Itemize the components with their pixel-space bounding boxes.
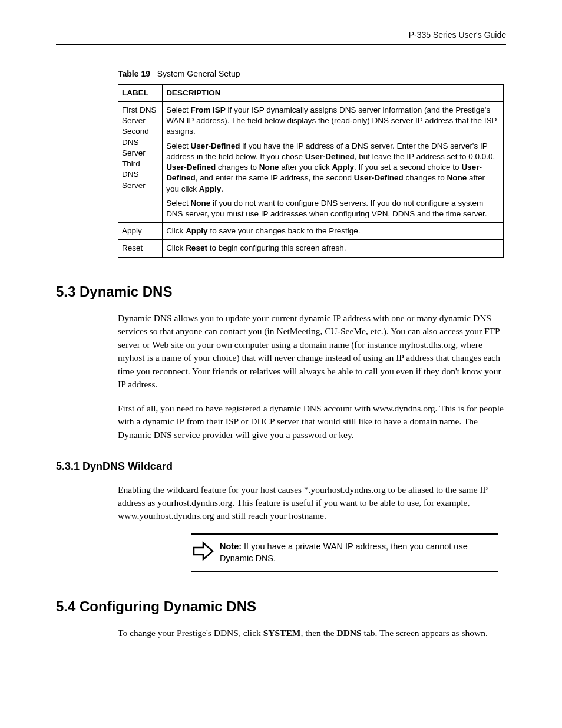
desc-para: Select User-Defined if you have the IP a… (166, 141, 500, 195)
table-number: Table 19 (118, 69, 150, 78)
note-prefix: Note: (220, 542, 242, 551)
table-row: Apply Click Apply to save your changes b… (118, 223, 504, 240)
col-description: DESCRIPTION (163, 84, 504, 101)
arrow-right-icon (191, 539, 220, 566)
note-body: If you have a private WAN IP address, th… (220, 542, 468, 563)
table-title: System General Setup (157, 69, 240, 78)
label-line: Third DNS Server (122, 159, 146, 189)
table-caption: Table 19 System General Setup (118, 68, 506, 80)
apply-desc: Click Apply to save your changes back to… (163, 223, 504, 240)
body-paragraph: To change your Prestige's DDNS, click SY… (118, 627, 506, 640)
desc-para: Select From ISP if your ISP dynamically … (166, 105, 500, 137)
reset-label: Reset (118, 240, 163, 257)
reset-desc: Click Reset to begin configuring this sc… (163, 240, 504, 257)
apply-label: Apply (118, 223, 163, 240)
dns-desc-cell: Select From ISP if your ISP dynamically … (163, 102, 504, 223)
body-paragraph: First of all, you need to have registere… (118, 402, 506, 442)
table-row: Reset Click Reset to begin configuring t… (118, 240, 504, 257)
body-paragraph: Dynamic DNS allows you to update your cu… (118, 312, 506, 391)
table-header-row: LABEL DESCRIPTION (118, 84, 504, 101)
note-text: Note: If you have a private WAN IP addre… (220, 541, 498, 564)
note-callout: Note: If you have a private WAN IP addre… (191, 533, 498, 572)
section-5-4-heading: 5.4 Configuring Dynamic DNS (56, 597, 506, 616)
table-row: First DNS Server Second DNS Server Third… (118, 102, 504, 223)
label-line: Second DNS Server (122, 127, 149, 157)
dns-label-cell: First DNS Server Second DNS Server Third… (118, 102, 163, 223)
section-5-3-1-heading: 5.3.1 DynDNS Wildcard (56, 459, 506, 473)
guide-title: P-335 Series User's Guide (409, 30, 506, 39)
system-general-setup-table: LABEL DESCRIPTION First DNS Server Secon… (118, 84, 504, 258)
section-5-3-heading: 5.3 Dynamic DNS (56, 282, 506, 301)
col-label: LABEL (118, 84, 163, 101)
body-paragraph: Enabling the wildcard feature for your h… (118, 483, 506, 523)
page-header: P-335 Series User's Guide (56, 29, 506, 45)
label-line: First DNS Server (122, 106, 157, 125)
desc-para: Select None if you do not want to config… (166, 198, 500, 219)
